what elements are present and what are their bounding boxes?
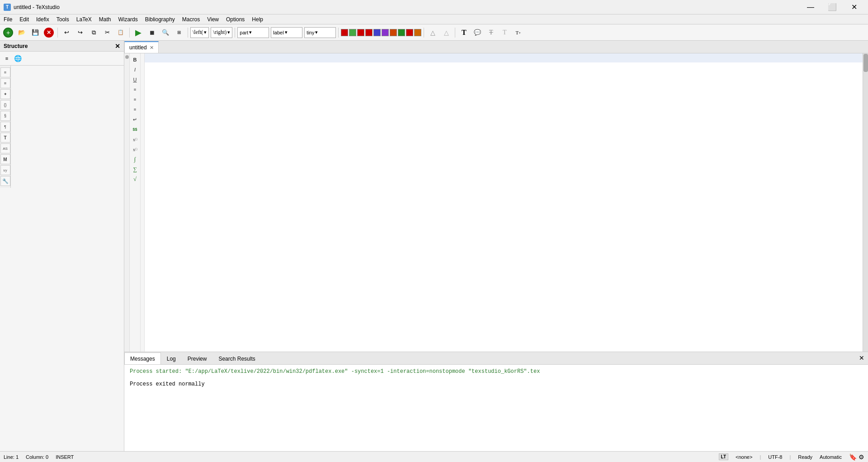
stop-button[interactable]: ◼ [146, 26, 158, 39]
color-btn-6[interactable] [382, 29, 389, 36]
compile-button[interactable]: ▶ [132, 26, 145, 39]
left-icon-11[interactable]: 🔧 [0, 176, 10, 186]
menu-file[interactable]: File [0, 14, 16, 24]
vertical-scrollbar[interactable] [863, 53, 868, 352]
tab-close-button[interactable]: ✕ [150, 45, 154, 51]
bottom-tab-search-results[interactable]: Search Results [212, 352, 261, 364]
message-line-1: Process started: "E:/app/LaTeX/texlive/2… [130, 368, 863, 375]
text-format-Tsup[interactable]: T+ [512, 26, 524, 39]
left-icon-1[interactable]: ≡ [0, 67, 10, 77]
dollar-button[interactable]: $$ [131, 125, 140, 134]
left-icon-6[interactable]: ¶ [0, 122, 10, 132]
bottom-tab-log[interactable]: Log [161, 352, 182, 364]
menu-bibliography[interactable]: Bibliography [142, 14, 179, 24]
sum-button[interactable]: ∑ [131, 165, 140, 174]
paste-button[interactable]: 📋 [114, 26, 127, 39]
integral-button[interactable]: ∫ [131, 155, 140, 164]
redo-button[interactable]: ↪ [74, 26, 86, 39]
structure-close-button[interactable]: ✕ [115, 43, 120, 50]
editor-tab-untitled[interactable]: untitled ✕ [124, 41, 159, 53]
color-btn-9[interactable] [406, 29, 413, 36]
size-dropdown[interactable]: tiny ▾ [304, 27, 336, 38]
new-document-button[interactable]: + [2, 26, 14, 39]
color-btn-8[interactable] [398, 29, 405, 36]
bold-button[interactable]: B [131, 55, 140, 64]
left-icon-8[interactable]: AS [0, 143, 10, 153]
editor-textarea[interactable] [145, 53, 863, 352]
left-paren-dropdown[interactable]: \left( ▾ [190, 27, 209, 38]
minimize-button[interactable]: — [800, 0, 821, 14]
bottom-panel-close[interactable]: ✕ [855, 352, 868, 364]
color-btn-3[interactable] [357, 29, 364, 36]
right-paren-dropdown[interactable]: \right) ▾ [211, 27, 232, 38]
align-right-button[interactable]: ≡ [131, 105, 140, 114]
save-button[interactable]: 💾 [29, 26, 42, 39]
structure-list-icon[interactable]: ≡ [2, 53, 12, 63]
warning-icon-2[interactable]: △ [440, 26, 453, 39]
close-button[interactable]: ✕ [844, 0, 864, 14]
menu-math[interactable]: Math [95, 14, 115, 24]
color-btn-1[interactable] [341, 29, 348, 36]
menu-macros[interactable]: Macros [179, 14, 203, 24]
italic-button[interactable]: I [131, 65, 140, 74]
color-btn-10[interactable] [414, 29, 421, 36]
open-button[interactable]: 📂 [15, 26, 28, 39]
bottom-tab-preview[interactable]: Preview [182, 352, 213, 364]
align-center-button[interactable]: ≡ [131, 95, 140, 104]
cut-button[interactable]: ✂ [101, 26, 113, 39]
menu-options[interactable]: Options [222, 14, 248, 24]
sep1 [57, 28, 58, 38]
maximize-button[interactable]: ⬜ [822, 0, 843, 14]
text-format-T[interactable]: T [458, 26, 470, 39]
sqrt-button[interactable]: √ [131, 175, 140, 184]
menu-latex[interactable]: LaTeX [73, 14, 95, 24]
color-btn-2[interactable] [349, 29, 356, 36]
menu-edit[interactable]: Edit [16, 14, 33, 24]
zoom-button[interactable]: ⊞ [173, 26, 185, 39]
right-paren-arrow: ▾ [227, 29, 230, 35]
color-btn-4[interactable] [365, 29, 373, 36]
left-icon-3[interactable]: ✦ [0, 89, 10, 99]
scrollbar-thumb[interactable] [863, 54, 868, 72]
copy-button[interactable]: ⧉ [87, 26, 100, 39]
sep5 [338, 28, 339, 38]
settings-icon[interactable]: ⚙ [859, 453, 864, 461]
left-icon-7[interactable]: T [0, 133, 10, 143]
left-icon-5[interactable]: § [0, 111, 10, 121]
find-button[interactable]: 🔍 [159, 26, 172, 39]
left-icon-9[interactable]: M [0, 154, 10, 164]
bookmark-icon[interactable]: 🔖 [849, 453, 857, 461]
scroll-indicator[interactable] [125, 55, 129, 59]
undo-button[interactable]: ↩ [60, 26, 73, 39]
text-format-T2[interactable]: T [485, 26, 497, 39]
color-btn-7[interactable] [390, 29, 397, 36]
menu-idefix[interactable]: Idefix [33, 14, 53, 24]
menu-tools[interactable]: Tools [53, 14, 73, 24]
close-doc-button[interactable]: ✕ [42, 26, 55, 39]
left-icon-2[interactable]: ≡ [0, 78, 10, 88]
left-icon-4[interactable]: {} [0, 100, 10, 110]
superscript-button[interactable]: x□ [131, 135, 140, 144]
label-dropdown[interactable]: label ▾ [271, 27, 302, 38]
label-label: label [273, 30, 283, 35]
structure-globe-icon[interactable]: 🌐 [13, 53, 23, 63]
menu-wizards[interactable]: Wizards [114, 14, 141, 24]
newline-button[interactable]: ↵ [131, 115, 140, 124]
menu-view[interactable]: View [203, 14, 222, 24]
structure-header: Structure ✕ [0, 41, 124, 52]
color-btn-5[interactable] [373, 29, 381, 36]
bottom-tab-messages[interactable]: Messages [124, 352, 161, 364]
menu-bar: File Edit Idefix Tools LaTeX Math Wizard… [0, 14, 868, 24]
align-left-button[interactable]: ≡ [131, 85, 140, 94]
menu-help[interactable]: Help [248, 14, 267, 24]
left-icon-10[interactable]: xy [0, 165, 10, 175]
text-format-T3[interactable]: T [498, 26, 511, 39]
new-doc-icon: + [3, 28, 13, 38]
part-dropdown[interactable]: part ▾ [237, 27, 269, 38]
text-format-speech[interactable]: 💬 [471, 26, 484, 39]
size-label: tiny [307, 30, 314, 35]
underline-button[interactable]: U [131, 75, 140, 84]
bottom-panel: Messages Log Preview Search Results ✕ Pr… [124, 352, 868, 451]
warning-icon-1[interactable]: △ [426, 26, 439, 39]
subscript-button[interactable]: x□ [131, 145, 140, 154]
